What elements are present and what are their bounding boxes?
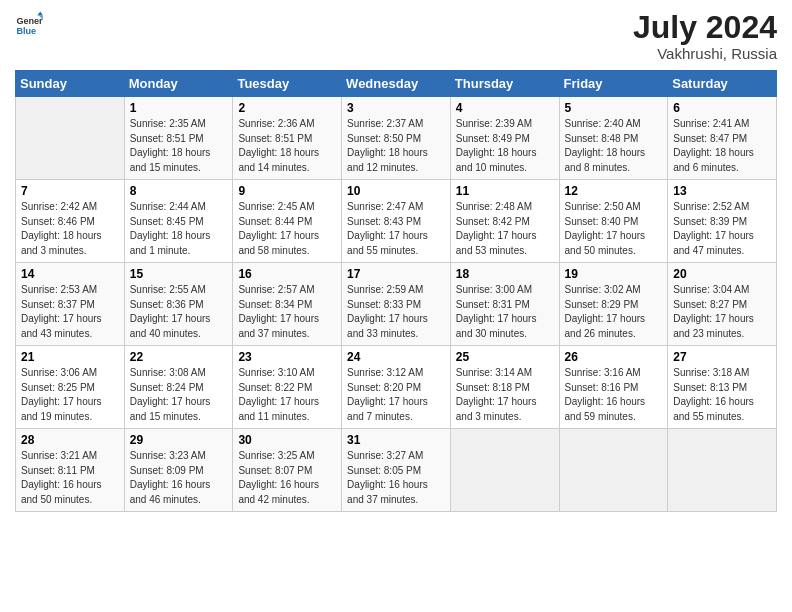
calendar-cell: 15Sunrise: 2:55 AM Sunset: 8:36 PM Dayli… <box>124 263 233 346</box>
calendar-week-row: 28Sunrise: 3:21 AM Sunset: 8:11 PM Dayli… <box>16 429 777 512</box>
day-info: Sunrise: 3:02 AM Sunset: 8:29 PM Dayligh… <box>565 283 663 341</box>
day-number: 22 <box>130 350 228 364</box>
calendar-cell: 14Sunrise: 2:53 AM Sunset: 8:37 PM Dayli… <box>16 263 125 346</box>
day-info: Sunrise: 2:40 AM Sunset: 8:48 PM Dayligh… <box>565 117 663 175</box>
day-number: 21 <box>21 350 119 364</box>
calendar-cell: 6Sunrise: 2:41 AM Sunset: 8:47 PM Daylig… <box>668 97 777 180</box>
day-number: 18 <box>456 267 554 281</box>
day-info: Sunrise: 3:04 AM Sunset: 8:27 PM Dayligh… <box>673 283 771 341</box>
title-block: July 2024 Vakhrushi, Russia <box>633 10 777 62</box>
day-number: 7 <box>21 184 119 198</box>
svg-text:General: General <box>16 16 43 26</box>
day-info: Sunrise: 2:44 AM Sunset: 8:45 PM Dayligh… <box>130 200 228 258</box>
day-info: Sunrise: 2:47 AM Sunset: 8:43 PM Dayligh… <box>347 200 445 258</box>
day-number: 13 <box>673 184 771 198</box>
calendar-cell: 25Sunrise: 3:14 AM Sunset: 8:18 PM Dayli… <box>450 346 559 429</box>
day-number: 17 <box>347 267 445 281</box>
day-number: 12 <box>565 184 663 198</box>
calendar-cell: 4Sunrise: 2:39 AM Sunset: 8:49 PM Daylig… <box>450 97 559 180</box>
calendar-cell: 19Sunrise: 3:02 AM Sunset: 8:29 PM Dayli… <box>559 263 668 346</box>
header-sunday: Sunday <box>16 71 125 97</box>
calendar-cell: 17Sunrise: 2:59 AM Sunset: 8:33 PM Dayli… <box>342 263 451 346</box>
page-header: General Blue July 2024 Vakhrushi, Russia <box>15 10 777 62</box>
logo-icon: General Blue <box>15 10 43 38</box>
calendar-cell: 28Sunrise: 3:21 AM Sunset: 8:11 PM Dayli… <box>16 429 125 512</box>
day-info: Sunrise: 2:36 AM Sunset: 8:51 PM Dayligh… <box>238 117 336 175</box>
day-number: 14 <box>21 267 119 281</box>
day-info: Sunrise: 2:50 AM Sunset: 8:40 PM Dayligh… <box>565 200 663 258</box>
day-number: 29 <box>130 433 228 447</box>
calendar-cell <box>450 429 559 512</box>
day-info: Sunrise: 3:00 AM Sunset: 8:31 PM Dayligh… <box>456 283 554 341</box>
calendar-header-row: SundayMondayTuesdayWednesdayThursdayFrid… <box>16 71 777 97</box>
day-info: Sunrise: 2:37 AM Sunset: 8:50 PM Dayligh… <box>347 117 445 175</box>
day-info: Sunrise: 3:18 AM Sunset: 8:13 PM Dayligh… <box>673 366 771 424</box>
day-number: 27 <box>673 350 771 364</box>
day-info: Sunrise: 2:57 AM Sunset: 8:34 PM Dayligh… <box>238 283 336 341</box>
day-info: Sunrise: 2:59 AM Sunset: 8:33 PM Dayligh… <box>347 283 445 341</box>
calendar-cell: 20Sunrise: 3:04 AM Sunset: 8:27 PM Dayli… <box>668 263 777 346</box>
calendar-cell: 2Sunrise: 2:36 AM Sunset: 8:51 PM Daylig… <box>233 97 342 180</box>
day-info: Sunrise: 3:27 AM Sunset: 8:05 PM Dayligh… <box>347 449 445 507</box>
location-subtitle: Vakhrushi, Russia <box>633 45 777 62</box>
day-info: Sunrise: 2:45 AM Sunset: 8:44 PM Dayligh… <box>238 200 336 258</box>
calendar-cell <box>559 429 668 512</box>
calendar-week-row: 1Sunrise: 2:35 AM Sunset: 8:51 PM Daylig… <box>16 97 777 180</box>
day-number: 10 <box>347 184 445 198</box>
calendar-cell: 31Sunrise: 3:27 AM Sunset: 8:05 PM Dayli… <box>342 429 451 512</box>
calendar-cell: 9Sunrise: 2:45 AM Sunset: 8:44 PM Daylig… <box>233 180 342 263</box>
calendar-cell: 27Sunrise: 3:18 AM Sunset: 8:13 PM Dayli… <box>668 346 777 429</box>
calendar-cell: 5Sunrise: 2:40 AM Sunset: 8:48 PM Daylig… <box>559 97 668 180</box>
header-thursday: Thursday <box>450 71 559 97</box>
calendar-cell: 11Sunrise: 2:48 AM Sunset: 8:42 PM Dayli… <box>450 180 559 263</box>
day-number: 4 <box>456 101 554 115</box>
header-wednesday: Wednesday <box>342 71 451 97</box>
calendar-cell: 22Sunrise: 3:08 AM Sunset: 8:24 PM Dayli… <box>124 346 233 429</box>
day-number: 3 <box>347 101 445 115</box>
calendar-cell: 8Sunrise: 2:44 AM Sunset: 8:45 PM Daylig… <box>124 180 233 263</box>
day-number: 15 <box>130 267 228 281</box>
calendar-table: SundayMondayTuesdayWednesdayThursdayFrid… <box>15 70 777 512</box>
day-number: 6 <box>673 101 771 115</box>
day-number: 31 <box>347 433 445 447</box>
calendar-cell: 3Sunrise: 2:37 AM Sunset: 8:50 PM Daylig… <box>342 97 451 180</box>
day-number: 24 <box>347 350 445 364</box>
day-number: 16 <box>238 267 336 281</box>
day-number: 9 <box>238 184 336 198</box>
calendar-cell: 18Sunrise: 3:00 AM Sunset: 8:31 PM Dayli… <box>450 263 559 346</box>
day-info: Sunrise: 3:21 AM Sunset: 8:11 PM Dayligh… <box>21 449 119 507</box>
day-info: Sunrise: 3:10 AM Sunset: 8:22 PM Dayligh… <box>238 366 336 424</box>
day-number: 1 <box>130 101 228 115</box>
day-number: 5 <box>565 101 663 115</box>
header-friday: Friday <box>559 71 668 97</box>
calendar-cell <box>16 97 125 180</box>
logo: General Blue <box>15 10 43 38</box>
day-info: Sunrise: 2:48 AM Sunset: 8:42 PM Dayligh… <box>456 200 554 258</box>
day-info: Sunrise: 2:42 AM Sunset: 8:46 PM Dayligh… <box>21 200 119 258</box>
day-number: 20 <box>673 267 771 281</box>
day-number: 11 <box>456 184 554 198</box>
day-info: Sunrise: 2:53 AM Sunset: 8:37 PM Dayligh… <box>21 283 119 341</box>
svg-marker-2 <box>37 11 43 15</box>
calendar-cell: 13Sunrise: 2:52 AM Sunset: 8:39 PM Dayli… <box>668 180 777 263</box>
calendar-cell: 1Sunrise: 2:35 AM Sunset: 8:51 PM Daylig… <box>124 97 233 180</box>
calendar-week-row: 14Sunrise: 2:53 AM Sunset: 8:37 PM Dayli… <box>16 263 777 346</box>
calendar-cell: 16Sunrise: 2:57 AM Sunset: 8:34 PM Dayli… <box>233 263 342 346</box>
day-number: 26 <box>565 350 663 364</box>
day-number: 19 <box>565 267 663 281</box>
day-number: 8 <box>130 184 228 198</box>
month-year-title: July 2024 <box>633 10 777 45</box>
day-info: Sunrise: 3:06 AM Sunset: 8:25 PM Dayligh… <box>21 366 119 424</box>
calendar-cell: 10Sunrise: 2:47 AM Sunset: 8:43 PM Dayli… <box>342 180 451 263</box>
day-number: 25 <box>456 350 554 364</box>
calendar-cell: 24Sunrise: 3:12 AM Sunset: 8:20 PM Dayli… <box>342 346 451 429</box>
day-number: 28 <box>21 433 119 447</box>
day-info: Sunrise: 2:52 AM Sunset: 8:39 PM Dayligh… <box>673 200 771 258</box>
svg-text:Blue: Blue <box>16 26 36 36</box>
day-info: Sunrise: 3:08 AM Sunset: 8:24 PM Dayligh… <box>130 366 228 424</box>
day-info: Sunrise: 3:25 AM Sunset: 8:07 PM Dayligh… <box>238 449 336 507</box>
day-info: Sunrise: 3:12 AM Sunset: 8:20 PM Dayligh… <box>347 366 445 424</box>
day-info: Sunrise: 2:39 AM Sunset: 8:49 PM Dayligh… <box>456 117 554 175</box>
calendar-cell: 26Sunrise: 3:16 AM Sunset: 8:16 PM Dayli… <box>559 346 668 429</box>
calendar-week-row: 21Sunrise: 3:06 AM Sunset: 8:25 PM Dayli… <box>16 346 777 429</box>
